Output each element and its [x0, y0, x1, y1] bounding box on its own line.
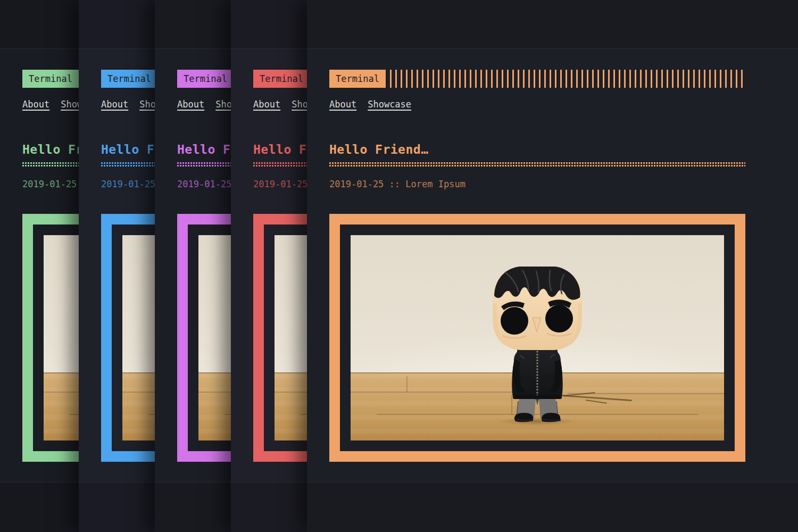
brand-row: Terminal	[101, 70, 155, 88]
wood-table	[44, 372, 79, 440]
post-meta: 2019-01-25 :: Lorem Ipsum	[22, 179, 79, 189]
post-title: Hello Friend…	[101, 143, 155, 156]
post-image-frame	[22, 214, 79, 462]
terminal-logo[interactable]: Terminal	[22, 70, 79, 88]
terminal-logo[interactable]: Terminal	[177, 70, 231, 88]
theme-panel-purple: Terminal About Showcase Hello Friend… 20…	[155, 0, 231, 532]
post-meta: 2019-01-25 :: Lorem Ipsum	[177, 179, 231, 189]
funko-figure-photo	[44, 235, 79, 440]
post-image-frame	[329, 214, 745, 462]
site-nav: About Showcase	[101, 99, 155, 110]
nav-link-about[interactable]: About	[101, 99, 128, 110]
title-divider	[22, 162, 79, 167]
bottom-band	[79, 482, 155, 532]
top-band	[307, 0, 798, 49]
title-divider	[329, 162, 745, 167]
bottom-band	[307, 482, 798, 532]
site-nav: About Showcase	[253, 99, 307, 110]
top-band	[0, 0, 79, 49]
bottom-band	[0, 482, 79, 532]
title-divider	[177, 162, 231, 167]
site-header: Terminal About Showcase	[253, 70, 307, 110]
top-band	[155, 0, 231, 49]
site-header: Terminal About Showcase	[177, 70, 231, 110]
panels-stage: Terminal About Showcase Hello Friend… 20…	[0, 0, 798, 532]
brand-row: Terminal	[22, 70, 79, 88]
nav-link-about[interactable]: About	[253, 99, 280, 110]
terminal-logo[interactable]: Terminal	[329, 70, 386, 88]
bottom-band	[155, 482, 231, 532]
nav-link-showcase[interactable]: Showcase	[61, 99, 79, 110]
page-content: Terminal About Showcase Hello Friend… 20…	[177, 0, 231, 462]
post-title: Hello Friend…	[253, 143, 307, 156]
theme-panel-red: Terminal About Showcase Hello Friend… 20…	[231, 0, 307, 532]
nav-link-showcase[interactable]: Showcase	[139, 99, 155, 110]
funko-figure-photo	[275, 235, 307, 440]
page-content: Terminal About Showcase Hello Friend… 20…	[101, 0, 155, 462]
site-nav: About Showcase	[329, 99, 745, 110]
terminal-logo[interactable]: Terminal	[253, 70, 307, 88]
funko-figure-photo	[122, 235, 155, 440]
top-band	[79, 0, 155, 49]
site-header: Terminal About Showcase	[101, 70, 155, 110]
decorative-bars-icon	[390, 70, 745, 88]
nav-link-showcase[interactable]: Showcase	[368, 99, 411, 110]
nav-link-about[interactable]: About	[329, 99, 356, 110]
theme-panel-blue: Terminal About Showcase Hello Friend… 20…	[79, 0, 155, 532]
brand-row: Terminal	[253, 70, 307, 88]
site-header: Terminal About Showcase	[22, 70, 79, 110]
terminal-logo[interactable]: Terminal	[101, 70, 155, 88]
post-image-frame	[253, 214, 307, 462]
top-band	[231, 0, 307, 49]
post-title: Hello Friend…	[177, 143, 231, 156]
wood-table	[275, 372, 307, 440]
post-image-frame	[101, 214, 155, 462]
post-title: Hello Friend…	[329, 143, 745, 156]
brand-row: Terminal	[329, 70, 745, 88]
post-image-frame	[177, 214, 231, 462]
nav-link-about[interactable]: About	[177, 99, 204, 110]
bottom-band	[231, 482, 307, 532]
page-content: Terminal About Showcase Hello Friend… 20…	[253, 0, 307, 462]
nav-link-showcase[interactable]: Showcase	[215, 99, 231, 110]
post-meta: 2019-01-25 :: Lorem Ipsum	[101, 179, 155, 189]
site-nav: About Showcase	[177, 99, 231, 110]
site-nav: About Showcase	[22, 99, 79, 110]
site-header: Terminal About Showcase	[329, 70, 745, 110]
funko-figure-photo	[351, 235, 724, 440]
nav-link-showcase[interactable]: Showcase	[292, 99, 307, 110]
theme-panel-orange: Terminal About Showcase Hello Friend… 20…	[307, 0, 798, 532]
page-content: Terminal About Showcase Hello Friend… 20…	[22, 0, 79, 462]
post-meta: 2019-01-25 :: Lorem Ipsum	[253, 179, 307, 189]
page-content: Terminal About Showcase Hello Friend… 20…	[329, 0, 745, 462]
wood-table	[198, 372, 231, 440]
post-title: Hello Friend…	[22, 143, 79, 156]
post-meta: 2019-01-25 :: Lorem Ipsum	[329, 179, 745, 189]
title-divider	[253, 162, 307, 167]
wood-table	[122, 372, 155, 440]
funko-figure	[489, 266, 585, 423]
title-divider	[101, 162, 155, 167]
brand-row: Terminal	[177, 70, 231, 88]
nav-link-about[interactable]: About	[22, 99, 49, 110]
funko-figure-photo	[198, 235, 231, 440]
theme-panel-green: Terminal About Showcase Hello Friend… 20…	[0, 0, 79, 532]
